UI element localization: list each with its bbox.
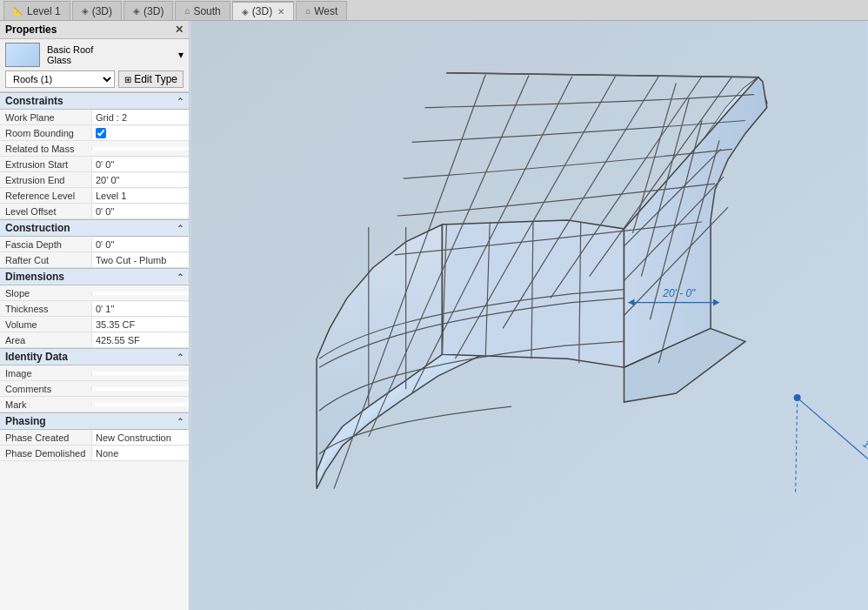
prop-work-plane: Work Plane Grid : 2 — [0, 110, 189, 125]
prop-fascia-depth-label: Fascia Depth — [0, 238, 91, 251]
type-name-block: Basic Roof Glass — [47, 44, 93, 65]
selector-row: Roofs (1) ⊞ Edit Type — [5, 70, 184, 88]
prop-volume-value: 35.35 CF — [91, 318, 189, 332]
phasing-collapse-icon: ⌃ — [177, 417, 184, 426]
room-bounding-checkbox[interactable] — [96, 128, 106, 138]
edit-type-label: Edit Type — [134, 73, 177, 85]
section-construction[interactable]: Construction ⌃ — [0, 219, 189, 237]
identity-collapse-icon: ⌃ — [177, 352, 184, 362]
prop-extrusion-end-label: Extrusion End — [0, 173, 91, 187]
tab-bar: 📐 Level 1 ◈ (3D) ◈ (3D) ⌂ South ◈ (3D) ✕… — [0, 0, 868, 21]
prop-slope: Slope — [0, 285, 189, 301]
tab-south-icon: ⌂ — [184, 6, 190, 16]
prop-extrusion-end: Extrusion End 20' 0" — [0, 172, 189, 188]
prop-phase-created-value: New Construction — [91, 431, 189, 445]
prop-thickness: Thickness 0' 1" — [0, 301, 189, 317]
section-constraints-label: Constraints — [5, 95, 63, 107]
prop-volume-label: Volume — [0, 318, 91, 332]
tab-west[interactable]: ⌂ West — [296, 1, 347, 20]
category-selector[interactable]: Roofs (1) — [5, 70, 115, 88]
section-construction-label: Construction — [5, 222, 70, 234]
prop-related-mass-value — [91, 147, 189, 151]
prop-image-label: Image — [0, 366, 91, 380]
prop-thickness-label: Thickness — [0, 302, 91, 316]
prop-comments-label: Comments — [0, 382, 91, 396]
prop-related-mass: Related to Mass — [0, 141, 189, 157]
tab-3d2-icon: ◈ — [133, 6, 140, 16]
viewport-canvas: 20' - 0" 10' - 0" — [190, 21, 868, 610]
prop-fascia-depth-value[interactable]: 0' 0" — [91, 238, 189, 251]
prop-volume: Volume 35.35 CF — [0, 317, 189, 332]
prop-work-plane-label: Work Plane — [0, 111, 91, 124]
panel-close-button[interactable]: ✕ — [175, 23, 184, 36]
tab-level1[interactable]: 📐 Level 1 — [3, 1, 70, 20]
tab-west-label: West — [314, 5, 337, 17]
prop-rafter-cut-label: Rafter Cut — [0, 253, 91, 267]
tab-3d1[interactable]: ◈ (3D) — [72, 1, 122, 20]
section-constraints[interactable]: Constraints ⌃ — [0, 92, 189, 110]
tab-south[interactable]: ⌂ South — [175, 1, 230, 20]
prop-phase-created-label: Phase Created — [0, 431, 91, 445]
type-name-line2: Glass — [47, 55, 93, 65]
dimensions-collapse-icon: ⌃ — [177, 272, 184, 282]
prop-phase-demolished: Phase Demolished None — [0, 446, 189, 461]
tab-3d2-label: (3D) — [144, 5, 164, 17]
prop-room-bounding: Room Bounding — [0, 125, 189, 141]
prop-related-mass-label: Related to Mass — [0, 142, 91, 156]
prop-phase-created: Phase Created New Construction — [0, 430, 189, 446]
prop-image: Image — [0, 365, 189, 381]
prop-work-plane-value: Grid : 2 — [91, 111, 189, 124]
prop-area: Area 425.55 SF — [0, 332, 189, 348]
prop-slope-value — [91, 292, 189, 295]
type-dropdown-arrow: ▾ — [178, 49, 184, 61]
prop-mark-label: Mark — [0, 398, 91, 412]
prop-rafter-cut: Rafter Cut Two Cut - Plumb — [0, 252, 189, 268]
section-identity[interactable]: Identity Data ⌃ — [0, 348, 189, 365]
tab-3d3-label: (3D) — [252, 5, 272, 17]
type-name-line1: Basic Roof — [47, 44, 93, 55]
tab-3d3-icon: ◈ — [242, 7, 249, 17]
prop-slope-label: Slope — [0, 286, 91, 300]
viewport-area[interactable]: 20' - 0" 10' - 0" — [190, 21, 868, 610]
prop-room-bounding-value[interactable] — [91, 126, 189, 140]
dim1-label: 20' - 0" — [662, 287, 696, 299]
section-phasing[interactable]: Phasing ⌃ — [0, 412, 189, 430]
section-phasing-label: Phasing — [5, 415, 46, 427]
3d-roof-svg: 20' - 0" 10' - 0" — [190, 21, 868, 610]
section-dimensions[interactable]: Dimensions ⌃ — [0, 268, 189, 285]
constraints-collapse-icon: ⌃ — [177, 97, 184, 106]
tab-3d2[interactable]: ◈ (3D) — [124, 1, 173, 20]
prop-comments-value — [91, 387, 189, 391]
prop-phase-demolished-label: Phase Demolished — [0, 446, 91, 460]
prop-extrusion-start-label: Extrusion Start — [0, 158, 91, 171]
prop-mark: Mark — [0, 397, 189, 412]
tab-3d3[interactable]: ◈ (3D) ✕ — [232, 1, 294, 20]
section-dimensions-label: Dimensions — [5, 271, 64, 283]
tab-level1-label: Level 1 — [27, 5, 61, 17]
prop-area-value: 425.55 SF — [91, 333, 189, 347]
tab-3d3-close[interactable]: ✕ — [277, 7, 284, 17]
prop-level-offset-value[interactable]: 0' 0" — [91, 204, 189, 218]
prop-image-value — [91, 372, 189, 375]
prop-extrusion-end-value[interactable]: 20' 0" — [91, 173, 189, 187]
tab-3d1-icon: ◈ — [82, 6, 89, 16]
edit-type-icon: ⊞ — [124, 75, 131, 84]
main-area: Properties ✕ Basic Roof Glass ▾ Roofs (1… — [0, 21, 868, 610]
section-identity-label: Identity Data — [5, 351, 68, 363]
prop-rafter-cut-value: Two Cut - Plumb — [91, 253, 189, 267]
prop-extrusion-start: Extrusion Start 0' 0" — [0, 157, 189, 172]
prop-fascia-depth: Fascia Depth 0' 0" — [0, 237, 189, 252]
prop-room-bounding-label: Room Bounding — [0, 126, 91, 140]
tab-south-label: South — [193, 5, 220, 17]
prop-extrusion-start-value[interactable]: 0' 0" — [91, 158, 189, 171]
prop-reference-level-value: Level 1 — [91, 189, 189, 203]
type-preview-image — [5, 43, 40, 67]
prop-level-offset-label: Level Offset — [0, 204, 91, 218]
edit-type-button[interactable]: ⊞ Edit Type — [118, 70, 184, 88]
prop-level-offset: Level Offset 0' 0" — [0, 204, 189, 219]
prop-comments: Comments — [0, 381, 189, 397]
tab-west-icon: ⌂ — [305, 6, 310, 16]
type-image-row: Basic Roof Glass ▾ — [5, 43, 184, 67]
prop-reference-level: Reference Level Level 1 — [0, 188, 189, 204]
properties-panel: Properties ✕ Basic Roof Glass ▾ Roofs (1… — [0, 21, 190, 610]
